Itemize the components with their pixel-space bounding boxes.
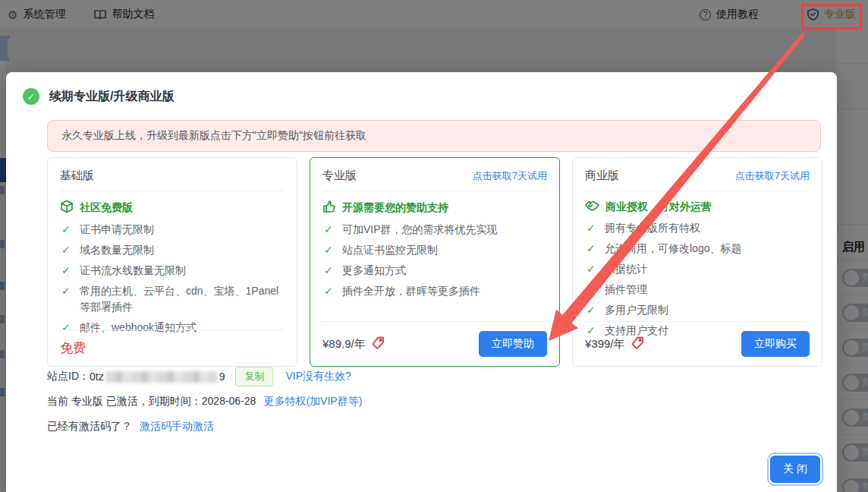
feature-item: ✓域名数量无限制 — [60, 242, 285, 258]
check-icon: ✓ — [324, 263, 333, 279]
check-icon: ✓ — [61, 242, 71, 258]
site-id-suffix: 9 — [219, 371, 225, 383]
check-icon: ✓ — [61, 222, 71, 238]
dialog-header: ✓ 续期专业版/升级商业版 — [23, 88, 174, 105]
check-icon: ✓ — [587, 282, 596, 298]
feature-item: ✓更多通知方式 — [322, 263, 547, 279]
feature-item: ✓允许商用，可修改logo、标题 — [585, 241, 810, 257]
card-pro-price: ¥89.9/年 — [322, 337, 366, 352]
site-id-label: 站点ID： — [47, 370, 90, 383]
site-id-prefix: 0tz — [90, 371, 104, 383]
check-icon: ✓ — [587, 241, 596, 257]
card-business-title: 商业版 — [585, 169, 619, 183]
card-pro-trial-link[interactable]: 点击获取7天试用 — [473, 169, 547, 183]
pricing-card-pro: 专业版 点击获取7天试用 开源需要您的赞助支持 ✓可加VIP群，您的需求将优先实… — [310, 157, 560, 367]
card-business-highlight: 商业授权，可对外运营 — [605, 200, 712, 214]
close-button[interactable]: 关 闭 — [770, 456, 820, 483]
manual-activation-link[interactable]: 激活码手动激活 — [140, 420, 214, 434]
pricing-card-basic: 基础版 社区免费版 ✓证书申请无限制✓域名数量无限制✓证书流水线数量无限制✓常用… — [47, 157, 297, 367]
sponsor-now-button[interactable]: 立即赞助 — [479, 331, 547, 357]
copy-button[interactable]: 复制 — [235, 367, 273, 386]
package-cube-icon — [60, 200, 74, 216]
card-business-price: ¥399/年 — [585, 337, 625, 352]
feature-item: ✓插件管理 — [585, 282, 810, 298]
activation-question-text: 已经有激活码了？ — [47, 420, 132, 434]
check-icon: ✓ — [587, 220, 596, 236]
promo-alert-banner: 永久专业版上线，升级到最新版点击下方"立即赞助"按钮前往获取 — [47, 120, 821, 152]
check-icon: ✓ — [324, 283, 333, 299]
dialog-title: 续期专业版/升级商业版 — [49, 89, 174, 105]
feature-item: ✓拥有专业版所有特权 — [585, 220, 810, 236]
more-perks-link[interactable]: 更多特权(加VIP群等) — [263, 395, 362, 408]
upgrade-dialog: ✓ 续期专业版/升级商业版 永久专业版上线，升级到最新版点击下方"立即赞助"按钮… — [6, 72, 837, 492]
card-pro-title: 专业版 — [322, 169, 357, 183]
feature-item: ✓多用户无限制 — [585, 302, 810, 318]
feature-item: ✓证书申请无限制 — [60, 222, 285, 238]
card-pro-highlight: 开源需要您的赞助支持 — [342, 201, 448, 215]
card-pro-features: ✓可加VIP群，您的需求将优先实现✓站点证书监控无限制✓更多通知方式✓插件全开放… — [322, 222, 547, 299]
screen: ⚙ 系统管理 帮助文档 ? 使用教程 专业版 — [0, 0, 868, 492]
feature-item: ✓插件全开放，群晖等更多插件 — [322, 283, 547, 299]
card-basic-features: ✓证书申请无限制✓域名数量无限制✓证书流水线数量无限制✓常用的主机、云平台、cd… — [60, 222, 285, 336]
check-icon: ✓ — [61, 283, 71, 299]
card-basic-price: 免费 — [60, 339, 86, 357]
feature-item: ✓可加VIP群，您的需求将优先实现 — [322, 222, 547, 238]
pricing-card-business: 商业版 点击获取7天试用 商业授权，可对外运营 ✓拥有专业版所有特权✓允许商用，… — [572, 157, 822, 367]
buy-now-button[interactable]: 立即购买 — [741, 331, 810, 357]
success-check-icon: ✓ — [23, 88, 39, 105]
discount-tag-icon — [372, 336, 385, 352]
promo-alert-text: 永久专业版上线，升级到最新版点击下方"立即赞助"按钮前往获取 — [61, 129, 366, 143]
card-basic-highlight: 社区免费版 — [80, 201, 133, 215]
check-icon: ✓ — [587, 261, 596, 277]
handshake-icon — [585, 200, 599, 214]
discount-tag-icon — [631, 336, 644, 352]
site-id-redacted — [105, 371, 218, 383]
thumbs-up-icon — [322, 200, 336, 216]
vip-not-working-link[interactable]: VIP没有生效? — [285, 370, 351, 383]
feature-item: ✓数据统计 — [585, 261, 810, 277]
check-icon: ✓ — [324, 242, 333, 258]
pricing-cards: 基础版 社区免费版 ✓证书申请无限制✓域名数量无限制✓证书流水线数量无限制✓常用… — [47, 157, 822, 367]
card-business-trial-link[interactable]: 点击获取7天试用 — [735, 169, 810, 183]
check-icon: ✓ — [324, 222, 333, 238]
feature-item: ✓常用的主机、云平台、cdn、宝塔、1Panel等部署插件 — [60, 283, 285, 315]
feature-item: ✓站点证书监控无限制 — [322, 242, 547, 258]
check-icon: ✓ — [61, 263, 71, 279]
card-basic-title: 基础版 — [60, 169, 94, 183]
check-icon: ✓ — [587, 302, 596, 318]
feature-item: ✓证书流水线数量无限制 — [60, 263, 285, 279]
license-status-text: 当前 专业版 已激活，到期时间：2028-06-28 — [47, 395, 256, 408]
dialog-footer-info: 站点ID： 0tz 9 复制 VIP没有生效? 当前 专业版 已激活，到期时间：… — [47, 368, 362, 443]
